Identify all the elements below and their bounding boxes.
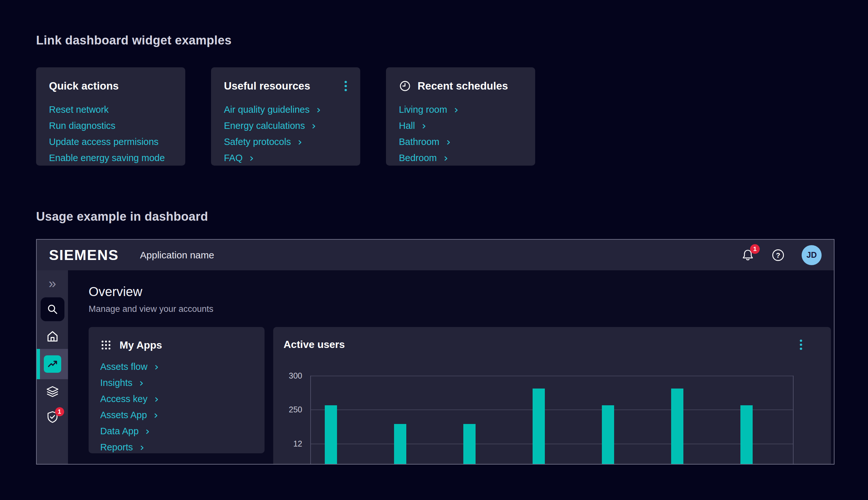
page-title: Overview: [89, 284, 834, 299]
link-item[interactable]: Assets App: [100, 410, 252, 420]
sidebar-item-security[interactable]: 1: [37, 404, 68, 430]
home-icon: [46, 330, 59, 343]
chevron-right-icon: [248, 155, 255, 162]
sidebar-item-home[interactable]: [37, 324, 68, 349]
link-label[interactable]: Bathroom: [399, 137, 439, 147]
notification-badge: 1: [750, 244, 760, 254]
link-label[interactable]: Energy calculations: [224, 121, 305, 130]
section-heading-usage: Usage example in dashboard: [36, 210, 868, 224]
svg-text:?: ?: [776, 251, 780, 259]
dashboard-widgets-row: My Apps Assets flowInsightsAccess keyAss…: [89, 327, 834, 464]
link-label[interactable]: Air quality guidelines: [224, 105, 310, 114]
gridline: [311, 376, 793, 376]
widget-card-quick-actions: Quick actions Reset networkRun diagnosti…: [36, 67, 185, 166]
plot-area: [310, 376, 793, 464]
sidebar: »: [37, 270, 68, 464]
card-header: Useful resources: [224, 80, 347, 92]
my-apps-card: My Apps Assets flowInsightsAccess keyAss…: [89, 327, 264, 453]
help-button[interactable]: ?: [771, 248, 785, 262]
link-item[interactable]: Air quality guidelines: [224, 105, 347, 114]
y-axis-tick-label: 300: [273, 371, 302, 380]
kebab-menu-icon[interactable]: [344, 81, 347, 91]
trend-chart-icon: [44, 355, 61, 373]
bar: [533, 388, 545, 464]
sidebar-item-search[interactable]: [41, 297, 65, 321]
link-label[interactable]: Run diagnostics: [49, 121, 115, 130]
card-header: My Apps: [100, 339, 252, 352]
dashboard-example: SIEMENS Application name 1 ? JD »: [36, 239, 834, 465]
link-item[interactable]: Living room: [399, 105, 522, 114]
sidebar-item-layers[interactable]: [37, 379, 68, 404]
card-header: Quick actions: [49, 80, 172, 92]
active-users-bar-chart: 30025012: [273, 376, 831, 464]
y-axis-labels: 30025012: [273, 376, 302, 464]
link-item[interactable]: Reset network: [49, 105, 172, 114]
active-users-card: Active users 30025012: [273, 327, 831, 464]
link-item[interactable]: Bedroom: [399, 153, 522, 163]
bar: [463, 424, 476, 464]
link-label[interactable]: Living room: [399, 105, 447, 114]
card-title: Active users: [284, 339, 345, 351]
link-item[interactable]: Update access permisions: [49, 137, 172, 147]
link-label[interactable]: Safety protocols: [224, 137, 291, 147]
link-item[interactable]: Data App: [100, 426, 252, 436]
link-label[interactable]: Access key: [100, 394, 148, 404]
bar: [740, 405, 753, 464]
search-icon: [46, 303, 59, 316]
link-list: Reset networkRun diagnosticsUpdate acces…: [49, 105, 172, 163]
clock-icon: [399, 80, 411, 92]
notifications-button[interactable]: 1: [741, 248, 755, 262]
card-header: Recent schedules: [399, 80, 522, 92]
security-badge: 1: [55, 407, 64, 416]
widget-card-useful-resources: Useful resources Air quality guidelinesE…: [211, 67, 360, 166]
link-item[interactable]: Safety protocols: [224, 137, 347, 147]
card-title: Useful resources: [224, 80, 310, 92]
link-item[interactable]: Run diagnostics: [49, 121, 172, 130]
link-item[interactable]: Insights: [100, 378, 252, 388]
help-icon: ?: [771, 248, 785, 262]
app-body: »: [37, 270, 834, 464]
link-item[interactable]: Energy calculations: [224, 121, 347, 130]
chevron-right-icon: [138, 380, 145, 387]
link-label[interactable]: Bedroom: [399, 153, 437, 163]
main-content: Overview Manage and view your accounts M…: [68, 270, 834, 464]
sidebar-item-analytics[interactable]: [37, 349, 68, 379]
siemens-logo: SIEMENS: [49, 247, 119, 263]
chevron-right-icon: [153, 396, 160, 403]
link-item[interactable]: Reports: [100, 442, 252, 452]
apps-grid-icon: [100, 339, 112, 351]
expand-sidebar-button[interactable]: »: [43, 274, 62, 293]
chevron-right-icon: [144, 429, 151, 435]
link-label[interactable]: Assets App: [100, 410, 147, 420]
link-label[interactable]: Reset network: [49, 105, 108, 114]
y-axis-tick-label: 12: [273, 439, 302, 448]
link-label[interactable]: Hall: [399, 121, 415, 130]
link-item[interactable]: Bathroom: [399, 137, 522, 147]
link-label[interactable]: Insights: [100, 378, 133, 388]
link-item[interactable]: Enable energy saving mode: [49, 153, 172, 163]
chevron-right-icon: [421, 123, 427, 129]
link-item[interactable]: Assets flow: [100, 362, 252, 372]
gridline: [311, 409, 793, 410]
bar: [671, 388, 683, 464]
page-subtitle: Manage and view your accounts: [89, 304, 834, 314]
chevron-right-icon: [445, 139, 452, 146]
link-label[interactable]: Enable energy saving mode: [49, 153, 165, 163]
link-label[interactable]: Update access permisions: [49, 137, 159, 147]
link-item[interactable]: Access key: [100, 394, 252, 404]
section-heading-widgets: Link dashboard widget examples: [36, 0, 868, 47]
link-label[interactable]: FAQ: [224, 153, 243, 163]
chevron-right-icon: [153, 412, 159, 419]
link-item[interactable]: FAQ: [224, 153, 347, 163]
link-item[interactable]: Hall: [399, 121, 522, 130]
link-label[interactable]: Assets flow: [100, 362, 148, 372]
link-label[interactable]: Reports: [100, 442, 133, 452]
card-title: My Apps: [119, 339, 162, 351]
card-title: Quick actions: [49, 80, 118, 92]
widget-cards-row: Quick actions Reset networkRun diagnosti…: [36, 67, 868, 166]
kebab-menu-icon[interactable]: [799, 339, 803, 350]
chevron-right-icon: [453, 107, 459, 113]
link-label[interactable]: Data App: [100, 426, 139, 436]
avatar[interactable]: JD: [802, 245, 822, 265]
app-header: SIEMENS Application name 1 ? JD: [37, 240, 834, 270]
